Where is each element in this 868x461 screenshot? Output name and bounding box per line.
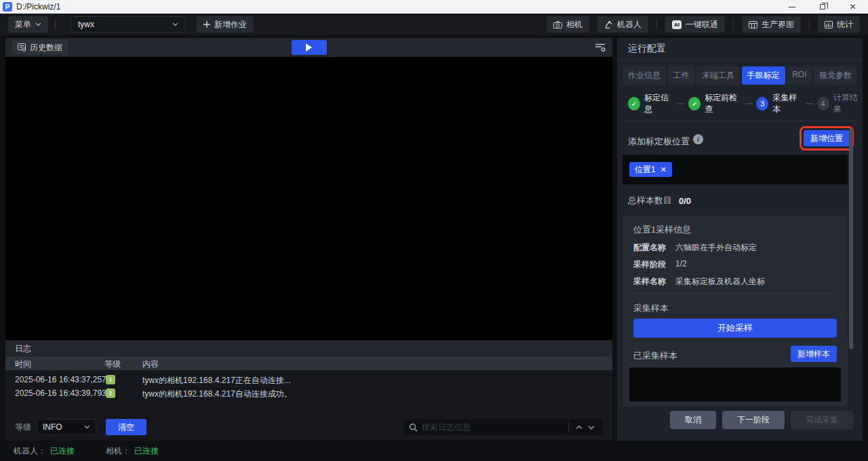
chevron-down-icon	[84, 425, 90, 429]
new-job-button-label: 新增作业	[214, 19, 247, 31]
job-select[interactable]: tywx	[71, 16, 186, 33]
log-controls: 等级 INFO 清空	[5, 415, 612, 439]
toolbar-divider	[656, 19, 657, 30]
field-value: 六轴眼在手外自动标定	[675, 242, 757, 254]
app-logo-icon: P	[3, 2, 12, 12]
cancel-button[interactable]: 取消	[670, 411, 716, 429]
run-config-title: 运行配置	[628, 43, 666, 55]
tab-job-info[interactable]: 作业信息	[623, 66, 666, 85]
minimize-button[interactable]	[776, 0, 807, 14]
log-level-filter-label: 等级	[15, 422, 31, 433]
close-button[interactable]: ✕	[837, 0, 868, 14]
divider	[623, 121, 857, 121]
finish-collection-button[interactable]: 完成采集	[791, 411, 853, 429]
next-stage-button[interactable]: 下一阶段	[722, 411, 785, 429]
step-pre-check[interactable]: ✓ 标定前检查	[688, 92, 741, 115]
step-collect-samples[interactable]: 3 采集样本	[756, 92, 802, 115]
image-viewport[interactable]	[5, 57, 612, 340]
view-settings-button[interactable]	[595, 43, 606, 52]
log-section-title: 日志	[15, 343, 31, 355]
total-samples-row: 总样本数目 0/0	[628, 195, 691, 207]
info-icon[interactable]: i	[693, 134, 703, 144]
job-select-value: tywx	[78, 20, 94, 29]
config-name-field: 配置名称 六轴眼在手外自动标定	[633, 242, 757, 254]
bar-chart-icon	[825, 21, 833, 28]
camera-button[interactable]: 相机	[547, 16, 589, 33]
tab-end-tool[interactable]: 末端工具	[696, 66, 740, 85]
close-icon: ✕	[849, 3, 856, 11]
log-search-input[interactable]	[422, 422, 564, 432]
production-view-button[interactable]: 生产界面	[742, 16, 801, 33]
log-col-level: 等级	[104, 359, 121, 370]
log-level-select[interactable]: INFO	[37, 419, 96, 435]
toolbar-divider	[809, 19, 810, 30]
start-sampling-button[interactable]: 开始采样	[633, 319, 837, 338]
history-data-button[interactable]: 历史数据	[12, 40, 68, 55]
search-prev-button[interactable]	[573, 424, 585, 431]
step-compute-result[interactable]: 4 计算结果	[817, 92, 863, 115]
log-level-badge: I	[106, 375, 115, 384]
tab-vision-params[interactable]: 视觉参数	[814, 66, 857, 85]
remove-position-icon[interactable]: ✕	[660, 165, 667, 174]
log-row-time: 2025-06-16 16:43:39,793	[15, 388, 106, 398]
menu-button[interactable]: 菜单	[8, 16, 48, 33]
step-calibration-info[interactable]: ✓ 标定信息	[628, 92, 673, 115]
board-position-title: 添加标定板位置	[628, 136, 690, 148]
status-bar: 机器人： 已连接 相机： 已连接	[0, 441, 868, 461]
config-footer: 取消 下一阶段 完成采集	[670, 411, 853, 429]
step-label: 计算结果	[833, 92, 863, 115]
ai-connect-button[interactable]: AI 一键联通	[665, 16, 725, 33]
search-icon	[409, 423, 418, 432]
step-number: 4	[817, 97, 829, 111]
robot-button[interactable]: 机器人	[597, 16, 648, 33]
position-tag[interactable]: 位置1 ✕	[629, 162, 672, 177]
board-position-section: 添加标定板位置 i 新增位置	[628, 129, 852, 153]
field-label: 采样阶段	[633, 259, 675, 270]
log-col-content: 内容	[142, 359, 159, 370]
clear-log-button[interactable]: 清空	[106, 419, 146, 435]
search-next-button[interactable]	[585, 424, 597, 431]
log-section-header: 日志	[5, 340, 612, 357]
new-job-button[interactable]: 新增作业	[197, 16, 254, 33]
step-done-icon: ✓	[628, 97, 640, 111]
annotation-highlight: 新增位置	[800, 126, 854, 151]
collect-samples-label: 采集样本	[633, 302, 669, 315]
step-connector	[806, 103, 814, 104]
chevron-down-icon	[35, 22, 41, 26]
field-value: 1/2	[675, 259, 687, 270]
restore-icon	[820, 4, 825, 9]
tab-roi[interactable]: ROI	[787, 66, 812, 85]
field-value: 采集标定板及机器人坐标	[675, 276, 765, 287]
production-grid-icon	[749, 21, 757, 28]
tab-hand-eye-calibration[interactable]: 手眼标定	[742, 66, 785, 85]
log-row[interactable]: 2025-06-16 16:43:39,793 I tywx的相机192.168…	[5, 386, 612, 400]
tab-workpiece[interactable]: 工件	[668, 66, 695, 85]
sampling-info-title: 位置1采样信息	[633, 224, 691, 236]
collected-samples-list[interactable]	[629, 367, 841, 401]
plus-icon	[203, 21, 210, 28]
ai-icon: AI	[672, 20, 682, 29]
run-config-panel: 运行配置 作业信息 工件 末端工具 手眼标定 ROI 视觉参数 ✓ 标定信息 ✓…	[617, 38, 863, 441]
log-row-time: 2025-06-16 16:43:37,257	[15, 375, 106, 384]
add-position-button[interactable]: 新增位置	[804, 130, 850, 146]
total-samples-value: 0/0	[679, 196, 691, 206]
search-divider	[568, 422, 569, 432]
window-titlebar: P D:/Pickwiz/1 ✕	[0, 0, 868, 14]
menu-button-label: 菜单	[15, 19, 31, 31]
log-row-content: tywx的相机192.168.4.217正在自动连接...	[142, 375, 291, 386]
log-row[interactable]: 2025-06-16 16:43:37,257 I tywx的相机192.168…	[5, 373, 612, 386]
run-button[interactable]	[292, 40, 327, 55]
scrollbar[interactable]	[849, 129, 853, 349]
camera-status-label: 相机：	[106, 445, 130, 457]
log-col-time: 时间	[15, 359, 31, 370]
chevron-down-icon	[588, 425, 595, 430]
add-sample-button[interactable]: 新增样本	[791, 346, 837, 362]
config-tabs: 作业信息 工件 末端工具 手眼标定 ROI 视觉参数	[623, 66, 857, 85]
calibration-steps: ✓ 标定信息 ✓ 标定前检查 3 采集样本 4 计算结果	[628, 92, 863, 115]
stats-button[interactable]: 统计	[818, 16, 860, 33]
restore-button[interactable]	[807, 0, 837, 14]
log-table-header: 时间 等级 内容	[5, 357, 612, 370]
run-config-header: 运行配置	[617, 38, 863, 60]
step-label: 标定前检查	[705, 92, 741, 115]
ai-connect-button-label: 一键联通	[686, 19, 718, 31]
